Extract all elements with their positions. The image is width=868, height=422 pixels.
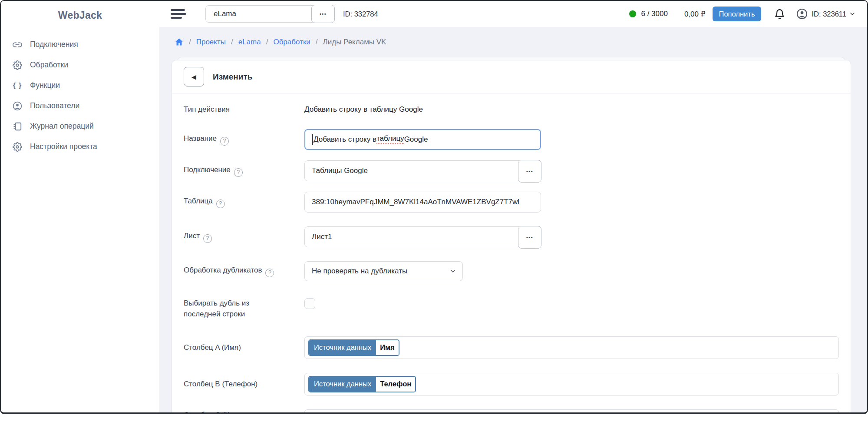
field-label: Таблица? xyxy=(184,196,304,208)
field-label-text: Обработка дубликатов xyxy=(184,266,262,274)
account-menu[interactable]: ID: 323611 xyxy=(796,8,856,20)
chevron-down-icon xyxy=(849,10,856,17)
help-icon[interactable]: ? xyxy=(203,234,212,243)
text-caret xyxy=(312,134,313,145)
field-label: Лист? xyxy=(184,230,304,243)
row-sheet: Лист? Лист1 ••• xyxy=(184,226,839,247)
breadcrumb-link-projects[interactable]: Проекты xyxy=(196,38,226,47)
name-value-part: Добавить строку в xyxy=(314,135,376,144)
journal-icon xyxy=(12,121,23,132)
breadcrumb-separator: / xyxy=(316,38,318,47)
name-value-part: Google xyxy=(404,135,428,144)
sidebar-item-operations-log[interactable]: Журнал операций xyxy=(1,116,159,136)
row-action-type: Тип действия Добавить строку в таблицу G… xyxy=(184,104,839,115)
app-window: WebJack Подключения Обработки { } Функци… xyxy=(0,0,868,414)
sheet-input-group: Лист1 ••• xyxy=(304,226,541,247)
help-icon[interactable]: ? xyxy=(234,168,243,177)
edit-panel: ◀ Изменить Тип действия Добавить строку … xyxy=(172,60,851,412)
tag-source-label: Источник данных xyxy=(309,377,376,392)
quota-counter: 6 / 3000 xyxy=(641,10,667,18)
row-last-row-duplicate: Выбирать дубль из последней строки xyxy=(184,298,839,320)
table-input[interactable]: 389:10heymavPFqJMM_8W7Kl14aAoTnMVAWE1ZBV… xyxy=(304,192,541,213)
row-duplicates: Обработка дубликатов? Не проверять на ду… xyxy=(184,261,839,281)
field-label-text: Таблица xyxy=(184,197,213,205)
row-column-a: Столбец A (Имя) Источник данных Имя xyxy=(184,336,839,359)
braces-icon: { } xyxy=(12,80,23,91)
sidebar-item-project-settings[interactable]: Настройки проекта xyxy=(1,136,159,157)
back-button[interactable]: ◀ xyxy=(184,67,204,86)
status-dot xyxy=(629,10,636,17)
field-label: Подключение? xyxy=(184,164,304,176)
sheet-input[interactable]: Лист1 xyxy=(304,226,541,247)
field-label-text: Лист xyxy=(184,232,200,240)
help-icon[interactable]: ? xyxy=(216,199,225,208)
ellipsis-icon: ••• xyxy=(320,11,327,17)
sidebar-item-label: Пользователи xyxy=(30,101,79,110)
gear-icon xyxy=(12,60,23,70)
field-label: Название? xyxy=(184,133,304,145)
name-input[interactable]: Добавить строку в таблицу Google xyxy=(304,129,541,150)
home-icon[interactable] xyxy=(175,37,184,47)
column-c-field[interactable]: Источник данных Вопросы xyxy=(304,409,839,413)
sidebar-item-processings[interactable]: Обработки xyxy=(1,55,159,75)
help-icon[interactable]: ? xyxy=(265,269,274,277)
connection-menu-button[interactable]: ••• xyxy=(518,160,541,183)
duplicates-selected-option: Не проверять на дубликаты xyxy=(312,267,407,276)
sidebar-item-label: Настройки проекта xyxy=(30,142,97,151)
breadcrumb-link-elama[interactable]: eLama xyxy=(238,38,261,47)
data-source-tag[interactable]: Источник данных Имя xyxy=(308,339,399,356)
ellipsis-icon: ••• xyxy=(526,235,533,240)
duplicates-select[interactable]: Не проверять на дубликаты xyxy=(304,261,463,281)
connection-input-group: Таблицы Google ••• xyxy=(304,160,541,181)
row-name: Название? Добавить строку в таблицу Goog… xyxy=(184,129,839,150)
project-selector: eLama ••• xyxy=(205,5,334,23)
row-table: Таблица? 389:10heymavPFqJMM_8W7Kl14aAoTn… xyxy=(184,192,839,213)
breadcrumb: / Проекты / eLama / Обработки / Лиды Рек… xyxy=(172,37,851,47)
topbar-right: 6 / 3000 0,00 ₽ Пополнить ID: 323611 xyxy=(629,7,867,21)
column-b-field[interactable]: Источник данных Телефон xyxy=(304,373,839,395)
field-label: Тип действия xyxy=(184,104,304,115)
sidebar-item-connections[interactable]: Подключения xyxy=(1,34,159,55)
sheet-menu-button[interactable]: ••• xyxy=(518,226,541,249)
breadcrumb-link-processings[interactable]: Обработки xyxy=(273,38,310,47)
main-content: / Проекты / eLama / Обработки / Лиды Рек… xyxy=(159,27,867,412)
edit-form: Тип действия Добавить строку в таблицу G… xyxy=(172,104,851,412)
user-icon xyxy=(12,101,23,111)
balance-amount: 0,00 ₽ xyxy=(684,10,706,19)
misspelled-word: таблицу xyxy=(376,134,404,144)
last-row-duplicate-checkbox[interactable] xyxy=(304,298,315,309)
row-connection: Подключение? Таблицы Google ••• xyxy=(184,160,839,181)
sidebar-item-functions[interactable]: { } Функции xyxy=(1,75,159,96)
topbar: eLama ••• ID: 332784 6 / 3000 0,00 ₽ Поп… xyxy=(159,1,867,27)
tag-value-label: Телефон xyxy=(376,377,415,392)
breadcrumb-separator: / xyxy=(231,38,233,47)
avatar-icon xyxy=(796,8,808,20)
data-source-tag[interactable]: Источник данных Телефон xyxy=(308,376,416,392)
sidebar-item-label: Подключения xyxy=(30,40,78,49)
ellipsis-icon: ••• xyxy=(526,169,533,174)
project-menu-button[interactable]: ••• xyxy=(311,5,335,23)
bell-icon[interactable] xyxy=(774,9,785,20)
connection-input[interactable]: Таблицы Google xyxy=(304,160,541,181)
sidebar-nav: Подключения Обработки { } Функции Пользо… xyxy=(1,34,159,157)
data-source-tag[interactable]: Источник данных Вопросы xyxy=(308,412,417,413)
action-type-value: Добавить строку в таблицу Google xyxy=(304,105,423,114)
hamburger-menu-icon[interactable] xyxy=(171,9,186,19)
sidebar: WebJack Подключения Обработки { } Функци… xyxy=(1,1,159,412)
sidebar-item-users[interactable]: Пользователи xyxy=(1,96,159,116)
sidebar-item-label: Функции xyxy=(30,81,60,90)
help-icon[interactable]: ? xyxy=(220,137,229,146)
field-label-text: Название xyxy=(184,134,217,143)
app-logo: WebJack xyxy=(1,1,159,21)
gear-icon xyxy=(12,142,23,152)
field-label: Выбирать дубль из последней строки xyxy=(184,298,304,320)
row-column-c: Столбец C (Какая сегодня погода) Источни… xyxy=(184,409,839,413)
field-label: Столбец A (Имя) xyxy=(184,342,304,353)
column-a-field[interactable]: Источник данных Имя xyxy=(304,336,839,359)
sidebar-item-label: Журнал операций xyxy=(30,122,94,131)
chevron-down-icon xyxy=(449,268,456,275)
topup-button[interactable]: Пополнить xyxy=(713,7,762,21)
tag-value-label: Имя xyxy=(376,340,399,355)
link-icon xyxy=(12,40,23,50)
page-title: Изменить xyxy=(213,72,252,82)
